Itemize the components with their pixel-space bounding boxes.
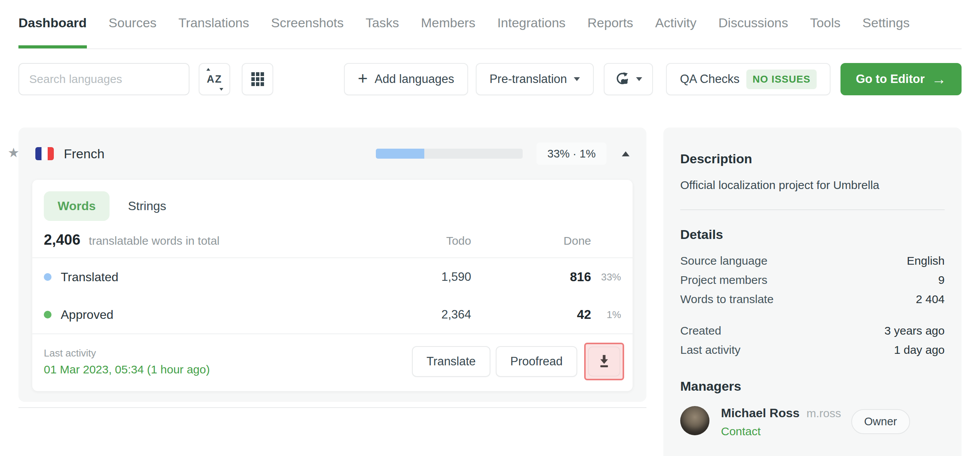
translated-done-value: 816: [471, 270, 591, 284]
french-flag-icon: [35, 147, 54, 160]
row-label: Translated: [61, 270, 118, 284]
tab-strings[interactable]: Strings: [128, 191, 166, 221]
progress-percent-badge: 33% · 1%: [537, 143, 606, 165]
detail-label: Last activity: [680, 343, 741, 357]
tab-members[interactable]: Members: [421, 0, 475, 48]
row-label: Approved: [61, 308, 113, 322]
translate-button[interactable]: Translate: [412, 346, 490, 377]
tab-settings[interactable]: Settings: [862, 0, 910, 48]
approved-done-value: 42: [471, 307, 591, 322]
managers-section: Managers Michael Ross m.ross Contact Own…: [680, 379, 945, 438]
detail-value: English: [907, 254, 945, 267]
tab-integrations[interactable]: Integrations: [497, 0, 566, 48]
manager-username: m.ross: [807, 407, 841, 420]
table-row-translated: Translated 1,590 816 33%: [32, 258, 633, 296]
progress-fill: [376, 149, 424, 159]
download-highlight-annotation: [584, 343, 624, 380]
detail-label: Project members: [680, 274, 767, 287]
total-words-caption: translatable words in total: [89, 234, 219, 247]
qa-checks-label: QA Checks: [680, 72, 739, 86]
manager-name: Michael Ross: [721, 406, 800, 420]
total-words-value: 2,406: [44, 232, 80, 248]
stats-header-row: 2,406 translatable words in total Todo D…: [32, 221, 633, 257]
detail-value: 9: [938, 274, 945, 287]
language-stats-card: Words Strings 2,406 translatable words i…: [32, 180, 633, 391]
tab-dashboard[interactable]: Dashboard: [18, 0, 87, 48]
pre-translation-button[interactable]: Pre-translation: [476, 63, 594, 95]
qa-status-badge: NO ISSUES: [746, 70, 817, 89]
chevron-down-icon: [636, 77, 642, 81]
language-name: French: [64, 146, 105, 161]
add-languages-button[interactable]: + Add languages: [344, 63, 468, 95]
detail-value: 3 years ago: [884, 324, 945, 337]
top-nav: Dashboard Sources Translations Screensho…: [18, 0, 962, 49]
manager-list-item: Michael Ross m.ross Contact Owner: [680, 406, 945, 438]
plus-icon: +: [358, 70, 368, 87]
tab-tools[interactable]: Tools: [810, 0, 840, 48]
download-icon: [598, 354, 611, 369]
tab-reports[interactable]: Reports: [588, 0, 633, 48]
approved-percent-value: 1%: [591, 309, 621, 321]
translation-progress-bar: [376, 149, 523, 159]
detail-label: Source language: [680, 254, 767, 267]
detail-row-words-to-translate: Words to translate 2 404: [680, 293, 945, 306]
main-content: ★ French 33% · 1% Words Strings: [18, 128, 962, 456]
translated-percent-value: 33%: [591, 271, 621, 283]
detail-label: Created: [680, 324, 721, 337]
download-button[interactable]: [588, 347, 620, 376]
detail-row-created: Created 3 years ago: [680, 324, 945, 337]
translated-dot-icon: [44, 273, 51, 281]
go-to-editor-label: Go to Editor: [856, 72, 925, 86]
description-text: Official localization project for Umbrel…: [680, 179, 945, 192]
card-footer: Last activity 01 Mar 2023, 05:34 (1 hour…: [32, 334, 633, 391]
cloud-sync-icon: [615, 72, 629, 86]
tab-translations[interactable]: Translations: [178, 0, 249, 48]
grid-view-icon: [251, 72, 264, 86]
divider: [680, 209, 945, 210]
table-row-approved: Approved 2,364 42 1%: [32, 296, 633, 333]
go-to-editor-button[interactable]: Go to Editor →: [840, 63, 962, 95]
detail-value: 2 404: [916, 293, 945, 306]
detail-row-last-activity: Last activity 1 day ago: [680, 343, 945, 357]
view-mode-button[interactable]: [242, 63, 273, 95]
last-activity-label: Last activity: [44, 347, 210, 359]
tab-sources[interactable]: Sources: [109, 0, 157, 48]
project-info-sidebar: Description Official localization projec…: [663, 128, 962, 456]
tab-tasks[interactable]: Tasks: [365, 0, 399, 48]
pre-translation-label: Pre-translation: [490, 72, 567, 86]
detail-row-project-members: Project members 9: [680, 274, 945, 287]
column-header-done: Done: [471, 234, 591, 247]
sort-alphabetically-icon: AZ: [205, 70, 224, 89]
search-languages-input[interactable]: [18, 63, 189, 95]
language-card-header[interactable]: French 33% · 1%: [18, 128, 646, 180]
chevron-down-icon: [574, 77, 580, 81]
translated-todo-value: 1,590: [417, 270, 471, 284]
approved-todo-value: 2,364: [417, 308, 471, 322]
tab-screenshots[interactable]: Screenshots: [271, 0, 344, 48]
arrow-right-icon: →: [932, 72, 946, 86]
favorite-star-icon[interactable]: ★: [8, 146, 19, 159]
qa-checks-button[interactable]: QA Checks NO ISSUES: [666, 63, 831, 95]
divider: [18, 407, 646, 408]
proofread-button[interactable]: Proofread: [496, 346, 577, 377]
detail-label: Words to translate: [680, 293, 774, 306]
project-dashboard-page: Dashboard Sources Translations Screensho…: [0, 0, 980, 456]
sort-languages-button[interactable]: AZ: [199, 63, 230, 95]
tab-discussions[interactable]: Discussions: [718, 0, 788, 48]
detail-value: 1 day ago: [894, 343, 945, 357]
managers-title: Managers: [680, 379, 945, 394]
column-header-todo: Todo: [417, 234, 471, 247]
contact-link[interactable]: Contact: [721, 425, 841, 438]
machine-translation-button[interactable]: [604, 63, 653, 95]
languages-toolbar: AZ + Add languages Pre-translation QA Ch…: [18, 63, 962, 95]
approved-dot-icon: [44, 311, 51, 318]
stats-tabs: Words Strings: [32, 180, 633, 221]
detail-row-source-language: Source language English: [680, 254, 945, 267]
language-card-french: French 33% · 1% Words Strings 2,406: [18, 128, 646, 402]
description-title: Description: [680, 151, 945, 166]
language-list: ★ French 33% · 1% Words Strings: [18, 128, 646, 408]
collapse-chevron-icon[interactable]: [622, 151, 630, 156]
tab-words[interactable]: Words: [44, 191, 110, 221]
last-activity-link[interactable]: 01 Mar 2023, 05:34 (1 hour ago): [44, 363, 210, 376]
tab-activity[interactable]: Activity: [655, 0, 697, 48]
